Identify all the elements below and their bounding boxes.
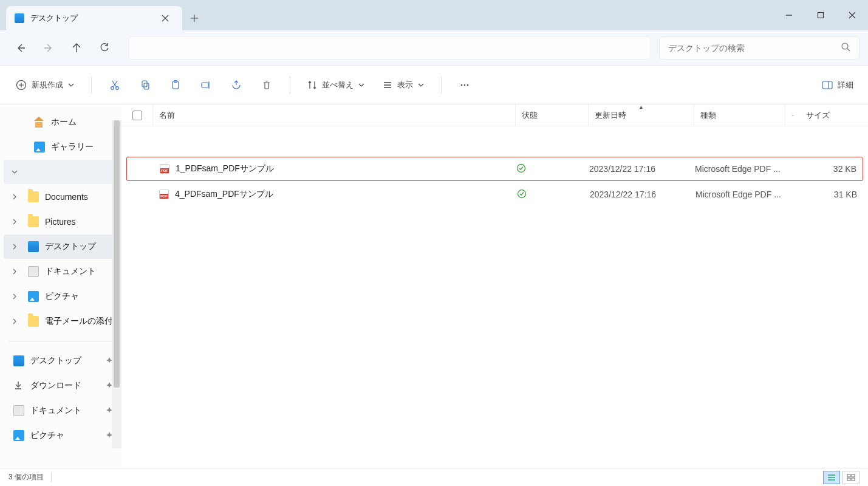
sort-label: 並べ替え [322,80,354,91]
sidebar-pinned-desktop[interactable]: デスクトップ [4,349,118,373]
svg-rect-16 [847,474,850,477]
picture-icon [28,291,39,302]
refresh-button[interactable] [92,36,117,60]
column-date[interactable]: ▴ 更新日時 [589,104,694,126]
table-row[interactable]: 1_PDFsam_PDFサンプル 2023/12/22 17:16 Micros… [126,157,863,181]
sidebar-item-label: ピクチャ [30,430,64,441]
icons-view-icon [847,474,855,481]
chevron-right-icon [7,219,22,225]
cut-button[interactable] [101,73,128,97]
document-icon [13,405,24,416]
sidebar-item-documents-jp[interactable]: ドキュメント [4,259,118,284]
chevron-down-icon [7,169,22,175]
chevron-right-icon [7,318,22,324]
sidebar-pinned-downloads[interactable]: ダウンロード [4,374,118,398]
sidebar-scrollbar[interactable] [112,120,121,448]
up-button[interactable] [64,36,89,60]
sidebar-item-blank[interactable] [4,160,118,184]
close-icon [162,15,169,22]
new-tab-button[interactable] [182,6,207,30]
sidebar-item-email-attach[interactable]: 電子メールの添付 [4,309,118,334]
column-label: サイズ [806,110,830,121]
close-window-button[interactable] [836,0,868,30]
sidebar-item-home[interactable]: ホーム [4,110,118,134]
maximize-button[interactable] [805,0,836,30]
column-label: 種類 [700,110,716,121]
sidebar-item-label: Pictures [45,217,76,227]
view-button[interactable]: 表示 [375,73,431,97]
paste-button[interactable] [162,73,189,97]
svg-point-10 [461,84,463,86]
sidebar-item-desktop[interactable]: デスクトップ [4,234,118,259]
trash-icon [261,80,272,91]
details-pane-button[interactable]: 詳細 [816,73,859,97]
svg-rect-17 [852,474,855,477]
column-headers: 名前 状態 ▴ 更新日時 種類 サイズ [121,104,868,126]
forward-button[interactable] [36,36,61,60]
svg-point-1 [842,43,848,49]
view-details-toggle[interactable] [823,471,840,484]
sidebar-pinned-pictures[interactable]: ピクチャ [4,423,118,448]
sidebar: ホーム ギャラリー Documents [0,104,121,468]
folder-icon [28,316,39,327]
column-label: 状態 [522,110,538,121]
close-tab-button[interactable] [157,10,174,27]
scrollbar-thumb[interactable] [114,120,120,388]
view-icons-toggle[interactable] [842,471,859,484]
file-pane: 名前 状態 ▴ 更新日時 種類 サイズ 1_PDFsam_ [121,104,868,468]
sidebar-item-label: ピクチャ [45,291,79,302]
paste-icon [170,80,181,91]
column-label: 名前 [159,110,175,121]
address-bar[interactable] [129,36,651,60]
file-size: 31 KB [834,190,857,199]
delete-button[interactable] [253,73,280,97]
gallery-icon [34,142,45,152]
file-size: 32 KB [833,164,856,174]
desktop-icon [15,13,24,23]
column-name[interactable]: 名前 [153,104,516,126]
svg-rect-5 [142,81,147,87]
navbar [0,30,868,66]
tab-desktop[interactable]: デスクトップ [6,6,182,30]
new-button[interactable]: 新規作成 [9,73,81,97]
details-label: 詳細 [838,80,853,91]
copy-button[interactable] [132,73,159,97]
table-row[interactable] [126,131,863,156]
sidebar-item-label: ドキュメント [30,405,81,416]
back-button[interactable] [9,36,33,60]
status-bar: 3 個の項目 [0,468,868,486]
sidebar-item-pictures[interactable]: Pictures [4,210,118,234]
sidebar-item-documents[interactable]: Documents [4,185,118,209]
column-size[interactable]: サイズ [800,104,868,126]
arrow-left-icon [15,43,26,53]
details-pane-icon [822,81,833,89]
toolbar: 新規作成 並べ替え 表示 [0,66,868,104]
sidebar-item-pictures-jp[interactable]: ピクチャ [4,284,118,309]
sort-button[interactable]: 並べ替え [300,73,372,97]
search-box[interactable] [659,36,859,60]
separator [91,77,92,94]
sidebar-item-label: ギャラリー [51,142,94,152]
table-row[interactable]: 4_PDFsam_PDFサンプル 2023/12/22 17:16 Micros… [126,182,863,207]
minimize-button[interactable] [773,0,805,30]
search-input[interactable] [668,43,841,53]
minimize-icon [785,12,793,19]
titlebar: デスクトップ [0,0,868,30]
column-checkmark[interactable] [785,104,800,126]
share-button[interactable] [223,73,250,97]
sync-ok-icon [517,189,527,200]
new-label: 新規作成 [32,80,63,91]
sidebar-pinned-documents[interactable]: ドキュメント [4,399,118,423]
sidebar-item-label: デスクトップ [30,355,81,366]
sidebar-item-gallery[interactable]: ギャラリー [4,135,118,159]
file-date: 2023/12/22 17:16 [590,190,656,199]
rename-button[interactable] [193,73,219,97]
svg-point-4 [116,86,119,89]
column-state[interactable]: 状態 [516,104,589,126]
column-kind[interactable]: 種類 [694,104,785,126]
more-button[interactable] [451,73,478,97]
column-checkbox[interactable] [121,104,153,126]
file-kind: Microsoft Edge PDF ... [695,190,781,199]
desktop-icon [13,355,24,366]
maximize-icon [817,12,824,19]
